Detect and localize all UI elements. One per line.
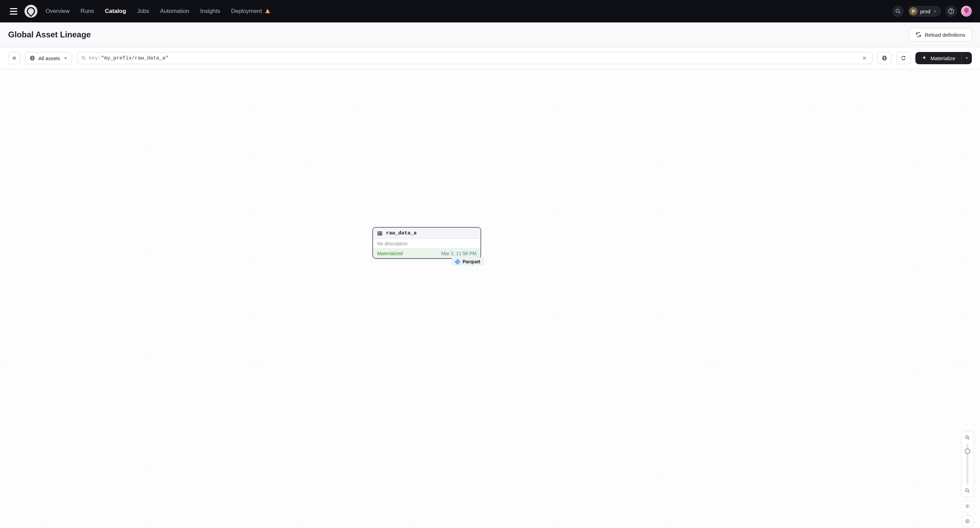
zoom-in-button[interactable]	[964, 434, 971, 441]
nav-overview[interactable]: Overview	[46, 8, 70, 14]
sparkle-icon	[921, 55, 927, 61]
chevron-down-icon	[64, 56, 68, 60]
zoom-out-button[interactable]	[964, 487, 971, 494]
svg-rect-1	[267, 12, 268, 13]
asset-description: No description	[373, 239, 480, 249]
svg-point-2	[896, 9, 899, 12]
deployment-badge: P	[909, 7, 918, 15]
svg-point-31	[967, 506, 968, 507]
refresh-icon	[901, 55, 906, 61]
panel-right-icon	[13, 55, 16, 61]
nav-automation[interactable]: Automation	[160, 8, 189, 14]
zoom-panel	[961, 431, 974, 497]
nav-runs[interactable]: Runs	[81, 8, 94, 14]
svg-point-33	[967, 521, 968, 522]
all-assets-dropdown[interactable]: All assets	[25, 52, 72, 64]
filter-bar: All assets key:"my_prefix/raw_data_a" Ma…	[0, 47, 980, 69]
globe-icon	[882, 55, 887, 61]
materialize-dropdown-button[interactable]	[961, 52, 972, 64]
svg-rect-0	[267, 10, 268, 12]
globe-icon	[30, 55, 35, 61]
search-icon	[895, 8, 901, 14]
deployment-selector[interactable]: P prod	[908, 6, 941, 17]
diamond-icon	[454, 258, 460, 265]
deployment-label: prod	[920, 8, 931, 14]
nav-deployment-label: Deployment	[231, 8, 262, 14]
asset-name: raw_data_a	[386, 230, 417, 236]
search-key-prefix: key:	[89, 55, 101, 61]
asset-tag-label: Parquet	[463, 259, 480, 264]
warning-icon	[264, 8, 270, 14]
nav-jobs[interactable]: Jobs	[137, 8, 149, 14]
svg-line-3	[899, 12, 900, 13]
top-nav: Overview Runs Catalog Jobs Automation In…	[0, 0, 980, 22]
reload-definitions-button[interactable]: Reload definitions	[909, 28, 972, 41]
reload-definitions-label: Reload definitions	[925, 32, 966, 38]
chevron-down-icon	[933, 9, 937, 13]
table-icon	[377, 231, 383, 236]
svg-line-12	[84, 59, 86, 60]
nav-links: Overview Runs Catalog Jobs Automation In…	[46, 8, 270, 14]
svg-point-5	[951, 13, 951, 13]
zoom-in-icon	[965, 435, 970, 440]
target-icon	[965, 518, 970, 524]
materialize-label: Materialize	[931, 55, 955, 61]
svg-line-29	[968, 491, 969, 493]
page-title: Global Asset Lineage	[8, 30, 91, 40]
asset-tag[interactable]: Parquet	[451, 258, 484, 266]
svg-rect-19	[378, 231, 382, 235]
svg-line-25	[968, 438, 969, 440]
zoom-controls	[961, 431, 974, 527]
asset-status-row: Materialized Mar 2, 11:56 PM	[373, 249, 480, 258]
asset-status: Materialized	[377, 251, 402, 256]
all-assets-label: All assets	[38, 55, 60, 61]
refresh-button[interactable]	[896, 52, 911, 64]
reload-icon	[915, 32, 921, 38]
nav-deployment[interactable]: Deployment	[231, 8, 270, 14]
close-icon	[862, 56, 867, 60]
svg-point-11	[82, 56, 85, 59]
lineage-canvas[interactable]: raw_data_a No description Materialized M…	[0, 69, 980, 528]
clear-search-button[interactable]	[861, 56, 868, 60]
fit-to-screen-button[interactable]	[962, 515, 973, 527]
search-icon	[81, 56, 86, 60]
asset-card[interactable]: raw_data_a No description Materialized M…	[372, 227, 481, 259]
search-input[interactable]: key:"my_prefix/raw_data_a"	[86, 55, 861, 61]
materialize-button[interactable]: Materialize	[915, 52, 961, 64]
nav-insights[interactable]: Insights	[200, 8, 220, 14]
sub-header: Global Asset Lineage Reload definitions	[0, 22, 980, 47]
graph-settings-button[interactable]	[962, 501, 973, 512]
materialize-group: Materialize	[915, 52, 972, 64]
zoom-slider[interactable]	[966, 444, 969, 485]
help-icon	[948, 8, 954, 14]
app-logo[interactable]	[24, 5, 37, 17]
globe-filter-button[interactable]	[877, 52, 892, 64]
search-value: "my_prefix/raw_data_a"	[101, 55, 168, 61]
asset-title-row: raw_data_a	[373, 228, 480, 239]
caret-down-icon	[965, 56, 969, 60]
hamburger-menu-button[interactable]	[8, 6, 19, 17]
search-button[interactable]	[892, 5, 904, 17]
nav-catalog[interactable]: Catalog	[105, 8, 126, 14]
zoom-slider-thumb[interactable]	[965, 449, 970, 454]
help-button[interactable]	[945, 5, 957, 17]
gear-icon	[965, 504, 970, 509]
hamburger-icon	[10, 8, 18, 14]
search-input-wrapper[interactable]: key:"my_prefix/raw_data_a"	[77, 52, 873, 64]
asset-timestamp[interactable]: Mar 2, 11:56 PM	[441, 251, 477, 256]
zoom-out-icon	[965, 488, 970, 493]
svg-marker-18	[966, 57, 968, 59]
panel-toggle-button[interactable]	[8, 52, 21, 64]
top-nav-right: P prod	[892, 5, 972, 17]
avatar[interactable]	[961, 6, 972, 17]
